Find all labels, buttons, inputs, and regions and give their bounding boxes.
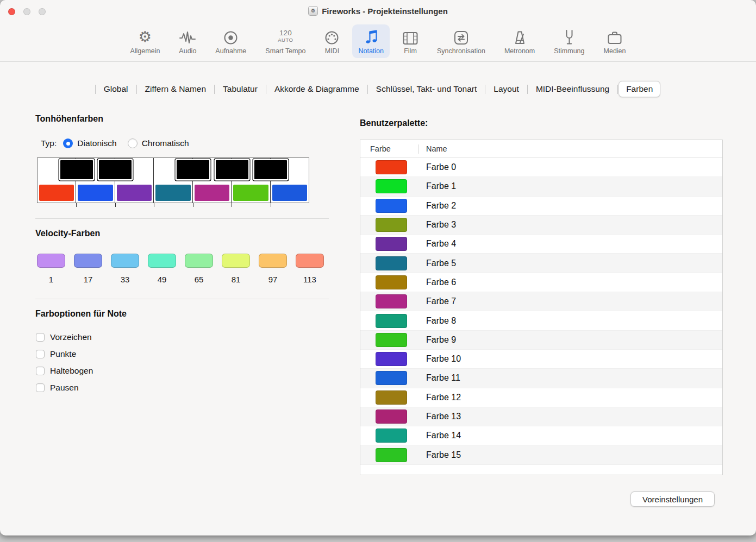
checkbox[interactable] xyxy=(36,333,45,342)
velocity-swatch-row: 1 17 33 49 65 81 xyxy=(37,254,324,284)
piano-black-key[interactable] xyxy=(254,160,287,179)
toolbar-label: Notation xyxy=(358,47,384,55)
palette-color-swatch[interactable] xyxy=(376,333,407,347)
palette-color-swatch[interactable] xyxy=(376,160,407,174)
palette-row[interactable]: Farbe 7 xyxy=(360,292,722,311)
checkbox[interactable] xyxy=(36,350,45,358)
palette-table-header: Farbe Name xyxy=(360,140,722,158)
pitch-colors-title: Tonhöhenfarben xyxy=(35,114,103,124)
user-palette-table: Farbe Name Farbe 0 Farbe 1 Farbe 2 xyxy=(360,140,723,475)
app-icon: ⚙ xyxy=(308,6,318,16)
palette-row[interactable]: Farbe 9 xyxy=(360,331,722,350)
palette-row[interactable]: Farbe 15 xyxy=(360,445,722,464)
velocity-color-swatch[interactable] xyxy=(185,254,213,268)
palette-color-swatch[interactable] xyxy=(376,448,407,462)
velocity-color-swatch[interactable] xyxy=(74,254,102,268)
key-color-swatch[interactable] xyxy=(195,185,229,201)
checkbox[interactable] xyxy=(36,367,45,375)
velocity-color-swatch[interactable] xyxy=(222,254,250,268)
key-color-swatch[interactable] xyxy=(117,185,152,201)
tab[interactable]: MIDI-Beeinflussung xyxy=(527,81,617,97)
velocity-color-swatch[interactable] xyxy=(111,254,139,268)
palette-color-swatch[interactable] xyxy=(376,237,407,251)
toolbar-item-metronom[interactable]: Metronom xyxy=(498,24,541,58)
palette-row[interactable]: Farbe 11 xyxy=(360,369,722,388)
velocity-color-swatch[interactable] xyxy=(296,254,324,268)
palette-row[interactable]: Farbe 13 xyxy=(360,407,722,426)
toolbar-item-allgemein[interactable]: ⚙ Allgemein xyxy=(124,24,166,58)
palette-color-swatch[interactable] xyxy=(376,199,407,213)
toolbar-divider xyxy=(0,61,756,62)
toolbar-item-notation[interactable]: Notation xyxy=(352,24,390,58)
velocity-color-swatch[interactable] xyxy=(37,254,65,268)
radio-diatonisch[interactable] xyxy=(63,138,73,148)
key-color-swatch[interactable] xyxy=(272,185,307,201)
column-header-name[interactable]: Name xyxy=(419,144,447,153)
key-color-swatch[interactable] xyxy=(78,185,113,201)
toolbar-item-smart-tempo[interactable]: 120 AUTO Smart Tempo xyxy=(259,24,311,58)
title-bar[interactable]: ⚙ Fireworks - Projekteinstellungen xyxy=(0,0,756,24)
palette-color-swatch[interactable] xyxy=(376,428,407,443)
velocity-value-label: 97 xyxy=(268,275,278,284)
tab[interactable]: Tabulatur xyxy=(214,81,266,97)
tab[interactable]: Layout xyxy=(485,81,527,97)
toolbar-item-synchronisation[interactable]: Synchronisation xyxy=(431,24,491,58)
key-color-swatch[interactable] xyxy=(39,185,74,201)
palette-row[interactable]: Farbe 14 xyxy=(360,426,722,445)
checkbox-label: Vorzeichen xyxy=(50,332,92,342)
toolbar-item-midi[interactable]: MIDI xyxy=(318,24,345,58)
palette-color-swatch[interactable] xyxy=(376,294,407,308)
palette-color-name: Farbe 5 xyxy=(426,259,456,268)
palette-color-swatch[interactable] xyxy=(376,218,407,232)
palette-row[interactable]: Farbe 1 xyxy=(360,177,722,196)
piano-black-key[interactable] xyxy=(216,160,248,179)
palette-color-swatch[interactable] xyxy=(376,352,407,366)
palette-color-swatch[interactable] xyxy=(376,390,407,405)
checkbox[interactable] xyxy=(36,383,45,392)
palette-color-swatch[interactable] xyxy=(376,179,407,193)
velocity-color-swatch[interactable] xyxy=(259,254,287,268)
palette-color-swatch[interactable] xyxy=(376,409,407,424)
palette-row[interactable]: Farbe 6 xyxy=(360,273,722,292)
column-header-farbe[interactable]: Farbe xyxy=(360,144,418,153)
toolbar-item-aufnahme[interactable]: Aufnahme xyxy=(209,24,252,58)
palette-row[interactable]: Farbe 2 xyxy=(360,197,722,216)
briefcase-icon xyxy=(607,28,622,45)
film-icon xyxy=(403,28,418,45)
palette-color-swatch[interactable] xyxy=(376,371,407,385)
palette-color-swatch[interactable] xyxy=(376,314,407,328)
tab[interactable]: Akkorde & Diagramme xyxy=(266,81,367,97)
gear-icon: ⚙ xyxy=(139,28,152,45)
palette-color-swatch[interactable] xyxy=(376,275,407,289)
palette-color-swatch[interactable] xyxy=(376,256,407,270)
toolbar-item-film[interactable]: Film xyxy=(397,24,424,58)
smart-tempo-icon: 120 AUTO xyxy=(278,28,293,45)
toolbar-label: Metronom xyxy=(504,47,535,55)
tab[interactable]: Ziffern & Namen xyxy=(136,81,215,97)
tab-label: Farben xyxy=(618,81,660,97)
palette-row[interactable]: Farbe 5 xyxy=(360,254,722,273)
key-color-swatch[interactable] xyxy=(233,185,268,201)
piano-black-key[interactable] xyxy=(99,160,132,179)
record-icon xyxy=(223,28,238,45)
toolbar-item-medien[interactable]: Medien xyxy=(598,24,632,58)
tab[interactable]: Farben xyxy=(617,81,661,97)
tab[interactable]: Schlüssel, Takt- und Tonart xyxy=(367,81,485,97)
radio-chromatisch[interactable] xyxy=(128,138,138,148)
velocity-colors-title: Velocity-Farben xyxy=(35,229,100,238)
palette-row[interactable]: Farbe 0 xyxy=(360,158,722,177)
presets-button[interactable]: Voreinstellungen xyxy=(630,491,715,507)
piano-black-key[interactable] xyxy=(177,160,209,179)
palette-row[interactable]: Farbe 12 xyxy=(360,388,722,407)
palette-row[interactable]: Farbe 10 xyxy=(360,350,722,369)
velocity-value-label: 17 xyxy=(84,275,93,284)
tab[interactable]: Global xyxy=(95,81,136,97)
palette-row[interactable]: Farbe 8 xyxy=(360,311,722,330)
piano-black-key[interactable] xyxy=(60,160,93,179)
toolbar-item-stimmung[interactable]: Stimmung xyxy=(548,24,590,58)
velocity-color-swatch[interactable] xyxy=(148,254,176,268)
toolbar-item-audio[interactable]: Audio xyxy=(173,24,202,58)
key-color-swatch[interactable] xyxy=(155,185,190,201)
palette-row[interactable]: Farbe 3 xyxy=(360,216,722,235)
palette-row[interactable]: Farbe 4 xyxy=(360,235,722,254)
